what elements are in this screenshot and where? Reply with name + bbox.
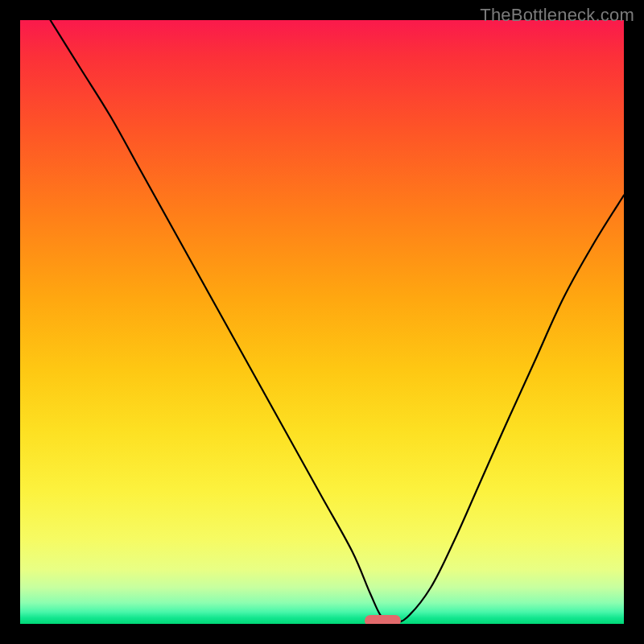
watermark-text: TheBottleneck.com: [480, 5, 634, 26]
plot-area: [20, 20, 624, 624]
minimum-marker: [365, 615, 401, 624]
chart-frame: TheBottleneck.com: [0, 0, 644, 644]
bottleneck-curve: [20, 20, 624, 624]
